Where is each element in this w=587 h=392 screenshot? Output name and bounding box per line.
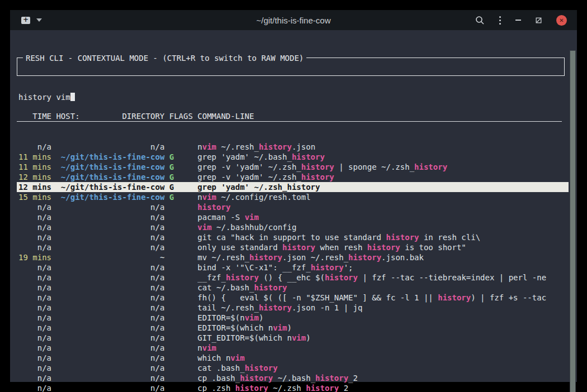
restore-button[interactable] — [536, 17, 542, 23]
history-row[interactable]: n/a n/a only use standard history when r… — [17, 242, 569, 252]
history-row[interactable]: n/a n/a __fzf_history () { __ehc $(histo… — [17, 273, 569, 283]
new-terminal-button[interactable] — [21, 17, 42, 24]
search-query-line[interactable]: history vim — [17, 88, 564, 102]
history-row[interactable]: n/a n/a which nvim — [17, 353, 569, 363]
search-button[interactable] — [475, 16, 485, 25]
history-row[interactable]: n/a n/a pacman -S vim — [17, 212, 569, 222]
history-row[interactable]: n/a n/a cat ~/.bash_history — [17, 283, 569, 293]
history-row[interactable]: n/a n/a cp .zsh_history ~/.zsh_history_2 — [17, 383, 569, 392]
history-row[interactable]: n/a n/a vim ~/.bashhub/config — [17, 222, 569, 232]
text-cursor — [70, 93, 75, 101]
minimize-icon — [515, 20, 521, 21]
history-row[interactable]: n/a n/a cp .bash_history ~/.bash_history… — [17, 373, 569, 383]
history-row[interactable]: n/a n/a tail ~/.resh_history.json -n 1 |… — [17, 303, 569, 313]
history-row[interactable]: 11 mins ~/git/this-is-fine-cow G grep 'y… — [17, 152, 569, 162]
history-row[interactable]: n/a n/a git ca "hack in support to use s… — [17, 232, 569, 242]
history-row[interactable]: 11 mins ~/git/this-is-fine-cow G grep -v… — [17, 162, 569, 172]
terminal-window: ~/git/this-is-fine-cow — [10, 10, 577, 382]
search-query: history vim — [18, 93, 70, 102]
history-row[interactable]: n/a n/a nvim ~/.resh_history.json — [17, 142, 569, 152]
history-row[interactable]: n/a n/a GIT_EDITOR=$(which nvim) — [17, 333, 569, 343]
scrollbar[interactable] — [570, 30, 576, 382]
resh-box-title: RESH CLI - CONTEXTUAL MODE - (CTRL+R to … — [23, 53, 306, 63]
close-button[interactable] — [556, 15, 567, 26]
menu-button[interactable] — [499, 16, 501, 25]
history-row[interactable]: 12 mins ~/git/this-is-fine-cow G grep 'y… — [17, 182, 569, 192]
history-row[interactable]: n/a n/a EDITOR=$(nvim) — [17, 313, 569, 323]
history-row[interactable]: n/a n/a fh() { eval $( ([ -n "$ZSH_NAME"… — [17, 293, 569, 303]
search-icon — [475, 16, 485, 25]
history-row[interactable]: 19 mins ~ mv ~/.resh_history.json ~/.res… — [17, 252, 569, 262]
history-rows: n/a n/a nvim ~/.resh_history.json11 mins… — [17, 142, 569, 392]
minimize-button[interactable] — [515, 20, 521, 21]
resh-search-box[interactable]: RESH CLI - CONTEXTUAL MODE - (CTRL+R to … — [17, 58, 565, 76]
restore-icon — [536, 17, 542, 23]
history-row[interactable]: n/a n/a history — [17, 202, 569, 212]
history-row[interactable]: n/a n/a nvim — [17, 343, 569, 353]
history-row[interactable]: 12 mins ~/git/this-is-fine-cow G grep -v… — [17, 172, 569, 182]
chevron-down-icon — [36, 18, 42, 22]
history-row[interactable]: n/a n/a EDITOR=$(which nvim) — [17, 323, 569, 333]
history-row[interactable]: n/a n/a bind -x '"\C-x1": __fzf_history'… — [17, 262, 569, 273]
new-terminal-icon — [21, 17, 30, 24]
history-row[interactable]: 15 mins ~/git/this-is-fine-cow G nvim ~/… — [17, 192, 569, 202]
close-icon — [556, 15, 567, 26]
menu-kebab-icon — [499, 16, 501, 25]
history-row[interactable]: n/a n/a cat .bash_history — [17, 363, 569, 373]
titlebar: ~/git/this-is-fine-cow — [10, 10, 577, 30]
scrollbar-thumb[interactable] — [570, 50, 576, 392]
terminal-viewport: RESH CLI - CONTEXTUAL MODE - (CTRL+R to … — [10, 30, 577, 382]
